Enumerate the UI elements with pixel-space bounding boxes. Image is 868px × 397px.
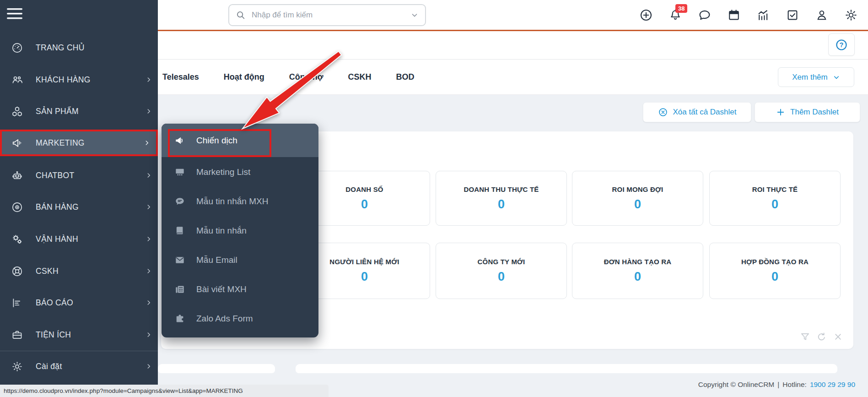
submenu-item-mau-tin-nhan-mxh[interactable]: Mẫu tin nhắn MXH bbox=[162, 187, 318, 216]
kpi-label: ĐƠN HÀNG TẠO RA bbox=[604, 258, 671, 266]
submenu-item-label: Bài viết MXH bbox=[196, 284, 247, 294]
chevron-right-icon bbox=[146, 108, 152, 114]
close-icon[interactable] bbox=[833, 332, 843, 342]
settings-gear-icon bbox=[11, 360, 23, 373]
sidebar-item-label: MARKETING bbox=[36, 138, 85, 148]
kpi-card-nguoi-lien-he-moi[interactable]: NGƯỜI LIÊN HỆ MỚI 0 bbox=[299, 243, 430, 299]
sidebar-item-label: SẢN PHẨM bbox=[36, 107, 79, 116]
submenu-item-bai-viet-mxh[interactable]: Bài viết MXH bbox=[162, 275, 318, 304]
hamburger-menu-icon[interactable] bbox=[7, 7, 23, 21]
marketing-list-icon bbox=[174, 166, 186, 178]
sidebar-divider bbox=[0, 351, 158, 351]
footer-separator: | bbox=[777, 381, 779, 389]
user-profile-icon[interactable] bbox=[815, 8, 829, 22]
tab-cskh[interactable]: CSKH bbox=[348, 72, 372, 82]
status-url: https://demo.cloudpro.vn/index.php?modul… bbox=[4, 387, 243, 394]
submenu-item-chien-dich[interactable]: Chiến dịch bbox=[162, 124, 318, 157]
sidebar-item-label: VẬN HÀNH bbox=[36, 234, 78, 244]
kpi-card-hop-dong-tao-ra[interactable]: HỢP ĐỒNG TẠO RA 0 bbox=[709, 243, 841, 299]
kpi-card-roi-mong-doi[interactable]: ROI MONG ĐỢI 0 bbox=[572, 171, 703, 226]
analytics-icon[interactable] bbox=[756, 8, 770, 22]
dashlet-toolbar bbox=[800, 332, 843, 342]
help-button[interactable]: ? bbox=[828, 33, 855, 56]
kpi-value: 0 bbox=[771, 270, 778, 284]
sidebar-item-chatbot[interactable]: CHATBOT bbox=[0, 162, 158, 189]
browser-status-bar: https://demo.cloudpro.vn/index.php?modul… bbox=[0, 385, 329, 397]
tasks-check-icon[interactable] bbox=[786, 8, 799, 22]
kpi-value: 0 bbox=[498, 197, 505, 212]
kpi-card-don-hang-tao-ra[interactable]: ĐƠN HÀNG TẠO RA 0 bbox=[572, 243, 703, 299]
kpi-label: NGƯỜI LIÊN HỆ MỚI bbox=[329, 258, 399, 266]
hotline-label: Hotline: bbox=[782, 381, 807, 389]
sidebar-item-label: TRANG CHỦ bbox=[36, 43, 85, 53]
kpi-value: 0 bbox=[771, 197, 778, 212]
sidebar-item-tien-ich[interactable]: TIỆN ÍCH bbox=[0, 321, 158, 348]
notifications-bell-icon[interactable]: 38 bbox=[669, 8, 682, 22]
sidebar-item-label: KHÁCH HÀNG bbox=[36, 75, 91, 85]
submenu-item-mau-tin-nhan[interactable]: Mẫu tin nhắn bbox=[162, 216, 318, 245]
sidebar-item-san-pham[interactable]: SẢN PHẨM bbox=[0, 98, 158, 125]
report-chart-icon bbox=[11, 297, 23, 309]
sidebar-item-van-hanh[interactable]: VẬN HÀNH bbox=[0, 226, 158, 252]
kpi-card-doanh-so[interactable]: DOANH SỐ 0 bbox=[299, 171, 430, 226]
submenu-item-label: Chiến dịch bbox=[196, 136, 237, 146]
chevron-right-icon bbox=[146, 363, 152, 370]
sidebar-item-khach-hang[interactable]: KHÁCH HÀNG bbox=[0, 66, 158, 93]
kpi-card-roi-thuc-te[interactable]: ROI THỰC TẾ 0 bbox=[709, 171, 841, 226]
customers-icon bbox=[11, 74, 23, 86]
sidebar-item-cskh[interactable]: CSKH bbox=[0, 258, 158, 284]
hotline-number-link[interactable]: 1900 29 29 90 bbox=[810, 381, 855, 389]
chevron-right-icon bbox=[146, 76, 152, 83]
chat-icon[interactable] bbox=[698, 8, 712, 22]
tab-hoat-dong[interactable]: Hoạt động bbox=[224, 72, 264, 82]
submenu-item-marketing-list[interactable]: Marketing List bbox=[162, 158, 318, 187]
dashboard-tabs: Telesales Hoạt động Công nợ CSKH BOD bbox=[162, 60, 415, 94]
kpi-card-doanh-thu-thuc-te[interactable]: DOANH THU THỰC TẾ 0 bbox=[436, 171, 567, 226]
tab-cong-no[interactable]: Công nợ bbox=[289, 72, 323, 82]
megaphone-icon bbox=[11, 137, 23, 149]
book-icon bbox=[174, 225, 186, 237]
see-more-button[interactable]: Xem thêm bbox=[778, 67, 854, 87]
sidebar-item-label: BÁO CÁO bbox=[36, 298, 73, 308]
kpi-label: DOANH THU THỰC TẾ bbox=[464, 185, 539, 193]
sidebar-item-cai-dat[interactable]: Cài đặt bbox=[0, 353, 158, 380]
notification-badge: 38 bbox=[675, 4, 687, 13]
sidebar-item-bao-cao[interactable]: BÁO CÁO bbox=[0, 289, 158, 316]
tab-telesales[interactable]: Telesales bbox=[162, 72, 199, 82]
chevron-down-icon[interactable] bbox=[410, 11, 419, 19]
submenu-item-zalo-ads-form[interactable]: Zalo Ads Form bbox=[162, 304, 318, 333]
chevron-right-icon bbox=[144, 140, 150, 146]
search-input[interactable] bbox=[251, 10, 405, 20]
calendar-icon[interactable] bbox=[727, 8, 741, 22]
page-header-band: ? bbox=[158, 31, 868, 60]
clear-all-label: Xóa tất cả Dashlet bbox=[673, 108, 737, 117]
tab-bod[interactable]: BOD bbox=[396, 72, 415, 82]
kpi-label: CÔNG TY MỚI bbox=[478, 258, 525, 266]
sidebar-item-ban-hang[interactable]: BÁN HÀNG bbox=[0, 194, 158, 220]
sidebar-item-label: TIỆN ÍCH bbox=[36, 330, 71, 340]
quick-add-icon[interactable] bbox=[639, 8, 653, 22]
crm-app: 38 ? T bbox=[0, 0, 868, 397]
refresh-icon[interactable] bbox=[816, 332, 827, 342]
chevron-right-icon bbox=[146, 236, 152, 242]
submenu-item-label: Mẫu tin nhắn MXH bbox=[196, 196, 268, 207]
kpi-value: 0 bbox=[361, 197, 368, 212]
chevron-right-icon bbox=[146, 204, 152, 210]
submenu-item-label: Mẫu Email bbox=[196, 255, 237, 265]
submenu-item-mau-email[interactable]: Mẫu Email bbox=[162, 245, 318, 275]
products-cubes-icon bbox=[11, 105, 23, 118]
clear-all-dashlet-button[interactable]: Xóa tất cả Dashlet bbox=[643, 102, 751, 122]
sidebar-item-trang-chu[interactable]: TRANG CHỦ bbox=[0, 34, 158, 61]
search-icon bbox=[236, 10, 246, 20]
add-dashlet-button[interactable]: Thêm Dashlet bbox=[755, 102, 860, 122]
chevron-right-icon bbox=[146, 299, 152, 306]
briefcase-icon bbox=[11, 329, 23, 341]
global-search[interactable] bbox=[228, 4, 426, 26]
kpi-card-cong-ty-moi[interactable]: CÔNG TY MỚI 0 bbox=[436, 243, 567, 299]
add-dashlet-label: Thêm Dashlet bbox=[790, 108, 839, 117]
settings-gear-icon[interactable] bbox=[844, 8, 858, 22]
lifebuoy-icon bbox=[11, 265, 23, 277]
sidebar-item-marketing[interactable]: MARKETING bbox=[0, 130, 158, 156]
submenu-item-label: Mẫu tin nhắn bbox=[196, 226, 247, 236]
filter-funnel-icon[interactable] bbox=[800, 332, 810, 342]
